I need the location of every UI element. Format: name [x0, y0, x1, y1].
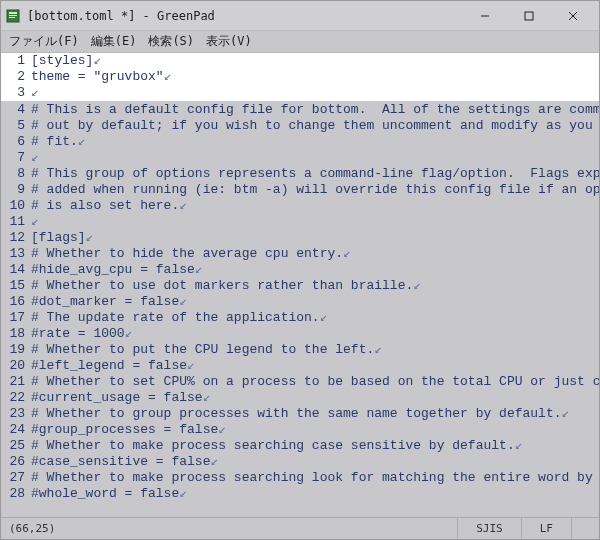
editor-line[interactable]: 8# This group of options represents a co… — [1, 166, 599, 182]
status-line-ending[interactable]: LF — [521, 518, 571, 539]
editor-line[interactable]: 25# Whether to make process searching ca… — [1, 438, 599, 454]
menu-file[interactable]: ファイル(F) — [9, 33, 79, 50]
line-content[interactable]: # Whether to group processes with the sa… — [31, 406, 599, 422]
line-number: 25 — [1, 438, 31, 454]
line-content[interactable]: [styles]↙ — [31, 53, 599, 69]
line-content[interactable]: ↙ — [31, 85, 599, 101]
line-content[interactable]: #dot_marker = false↙ — [31, 294, 599, 310]
editor[interactable]: 1[styles]↙2theme = "gruvbox"↙3↙ 4# This … — [1, 53, 599, 517]
close-button[interactable] — [551, 2, 595, 30]
line-content[interactable]: # fit.↙ — [31, 134, 599, 150]
eol-marker-icon: ↙ — [218, 422, 226, 437]
editor-line[interactable]: 2theme = "gruvbox"↙ — [1, 69, 599, 85]
eol-marker-icon: ↙ — [86, 230, 94, 245]
line-content[interactable]: #left_legend = false↙ — [31, 358, 599, 374]
line-content[interactable]: ↙ — [31, 150, 599, 166]
window-controls — [463, 2, 595, 30]
window-title: [bottom.toml *] - GreenPad — [27, 9, 463, 23]
editor-line[interactable]: 26#case_sensitive = false↙ — [1, 454, 599, 470]
editor-line[interactable]: 6# fit.↙ — [1, 134, 599, 150]
editor-dim-region[interactable]: 4# This is a default config file for bot… — [1, 102, 599, 517]
line-content[interactable]: # is also set here.↙ — [31, 198, 599, 214]
line-content[interactable]: #whole_word = false↙ — [31, 486, 599, 502]
line-number: 7 — [1, 150, 31, 166]
status-cursor-pos: (66,25) — [9, 522, 457, 535]
svg-rect-2 — [9, 15, 17, 16]
eol-marker-icon: ↙ — [179, 486, 187, 501]
editor-highlight-region[interactable]: 1[styles]↙2theme = "gruvbox"↙3↙ — [1, 53, 599, 102]
line-content[interactable]: #current_usage = false↙ — [31, 390, 599, 406]
menu-search[interactable]: 検索(S) — [148, 33, 194, 50]
editor-line[interactable]: 22#current_usage = false↙ — [1, 390, 599, 406]
eol-marker-icon: ↙ — [343, 246, 351, 261]
line-content[interactable]: # Whether to use dot markers rather than… — [31, 278, 599, 294]
eol-marker-icon: ↙ — [93, 53, 101, 68]
editor-line[interactable]: 20#left_legend = false↙ — [1, 358, 599, 374]
line-content[interactable]: #group_processes = false↙ — [31, 422, 599, 438]
editor-line[interactable]: 18#rate = 1000↙ — [1, 326, 599, 342]
status-encoding[interactable]: SJIS — [457, 518, 521, 539]
menu-edit[interactable]: 編集(E) — [91, 33, 137, 50]
maximize-button[interactable] — [507, 2, 551, 30]
menubar: ファイル(F) 編集(E) 検索(S) 表示(V) — [1, 31, 599, 53]
line-content[interactable]: # Whether to make process searching look… — [31, 470, 599, 486]
editor-line[interactable]: 5# out by default; if you wish to change… — [1, 118, 599, 134]
editor-line[interactable]: 11↙ — [1, 214, 599, 230]
svg-rect-1 — [9, 12, 17, 14]
line-content[interactable]: # This group of options represents a com… — [31, 166, 599, 182]
line-number: 8 — [1, 166, 31, 182]
editor-line[interactable]: 1[styles]↙ — [1, 53, 599, 69]
line-number: 9 — [1, 182, 31, 198]
line-number: 11 — [1, 214, 31, 230]
line-content[interactable]: # Whether to set CPU% on a process to be… — [31, 374, 599, 390]
editor-line[interactable]: 19# Whether to put the CPU legend to the… — [1, 342, 599, 358]
editor-line[interactable]: 21# Whether to set CPU% on a process to … — [1, 374, 599, 390]
editor-line[interactable]: 13# Whether to hide the average cpu entr… — [1, 246, 599, 262]
line-content[interactable]: [flags]↙ — [31, 230, 599, 246]
line-number: 17 — [1, 310, 31, 326]
editor-line[interactable]: 4# This is a default config file for bot… — [1, 102, 599, 118]
line-number: 10 — [1, 198, 31, 214]
menu-view[interactable]: 表示(V) — [206, 33, 252, 50]
line-number: 19 — [1, 342, 31, 358]
editor-line[interactable]: 17# The update rate of the application.↙ — [1, 310, 599, 326]
editor-line[interactable]: 10# is also set here.↙ — [1, 198, 599, 214]
line-content[interactable]: # Whether to hide the average cpu entry.… — [31, 246, 599, 262]
editor-line[interactable]: 7↙ — [1, 150, 599, 166]
line-content[interactable]: # added when running (ie: btm -a) will o… — [31, 182, 599, 198]
editor-line[interactable]: 9# added when running (ie: btm -a) will … — [1, 182, 599, 198]
eol-marker-icon: ↙ — [562, 406, 570, 421]
line-content[interactable]: # out by default; if you wish to change … — [31, 118, 599, 134]
status-resize-grip[interactable] — [571, 518, 591, 539]
line-content[interactable]: ↙ — [31, 214, 599, 230]
statusbar: (66,25) SJIS LF — [1, 517, 599, 539]
editor-line[interactable]: 24#group_processes = false↙ — [1, 422, 599, 438]
editor-line[interactable]: 27# Whether to make process searching lo… — [1, 470, 599, 486]
eol-marker-icon: ↙ — [31, 85, 39, 100]
eol-marker-icon: ↙ — [164, 69, 172, 84]
line-content[interactable]: # The update rate of the application.↙ — [31, 310, 599, 326]
eol-marker-icon: ↙ — [187, 358, 195, 373]
editor-line[interactable]: 28#whole_word = false↙ — [1, 486, 599, 502]
minimize-button[interactable] — [463, 2, 507, 30]
line-content[interactable]: # Whether to put the CPU legend to the l… — [31, 342, 599, 358]
line-number: 4 — [1, 102, 31, 118]
eol-marker-icon: ↙ — [210, 454, 218, 469]
line-content[interactable]: # Whether to make process searching case… — [31, 438, 599, 454]
line-content[interactable]: #hide_avg_cpu = false↙ — [31, 262, 599, 278]
editor-line[interactable]: 3↙ — [1, 85, 599, 101]
line-number: 16 — [1, 294, 31, 310]
line-content[interactable]: # This is a default config file for bott… — [31, 102, 599, 118]
line-number: 2 — [1, 69, 31, 85]
line-content[interactable]: #rate = 1000↙ — [31, 326, 599, 342]
editor-line[interactable]: 23# Whether to group processes with the … — [1, 406, 599, 422]
line-content[interactable]: theme = "gruvbox"↙ — [31, 69, 599, 85]
line-content[interactable]: #case_sensitive = false↙ — [31, 454, 599, 470]
editor-line[interactable]: 15# Whether to use dot markers rather th… — [1, 278, 599, 294]
editor-line[interactable]: 12[flags]↙ — [1, 230, 599, 246]
editor-line[interactable]: 14#hide_avg_cpu = false↙ — [1, 262, 599, 278]
editor-line[interactable]: 16#dot_marker = false↙ — [1, 294, 599, 310]
line-number: 1 — [1, 53, 31, 69]
titlebar[interactable]: [bottom.toml *] - GreenPad — [1, 1, 599, 31]
line-number: 20 — [1, 358, 31, 374]
